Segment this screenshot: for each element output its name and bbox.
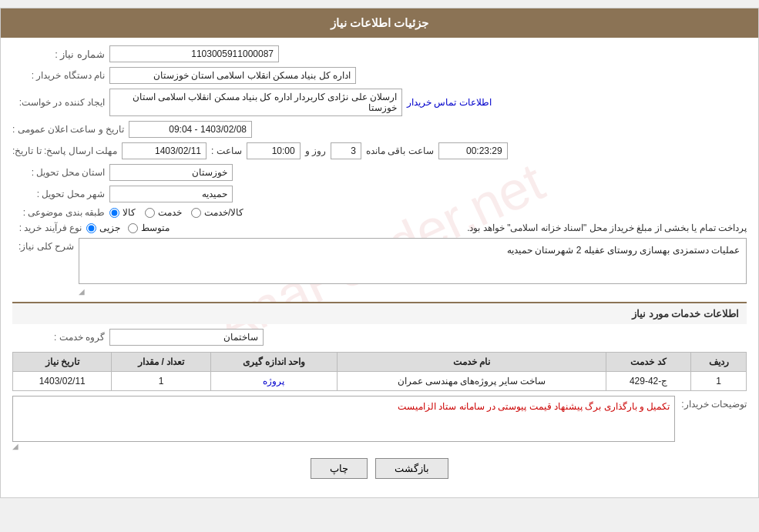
buyer-notes-label: توضیحات خریدار: (681, 396, 747, 410)
cell-row: 1 (691, 372, 747, 391)
process-radio-motavasset[interactable] (128, 223, 138, 233)
cell-qty: 1 (112, 372, 210, 391)
need-number-input: 1103005911000087 (109, 45, 279, 62)
creator-label: ایجاد کننده در خواست: (12, 97, 105, 108)
service-group-label: گروه خدمت : (12, 332, 105, 343)
col-unit: واحد اندازه گیری (210, 353, 337, 372)
buyer-notes-box: تکمیل و بارگذاری برگ پیشنهاد قیمت پیوستی… (12, 396, 675, 442)
resize-handle: ◢ (79, 287, 747, 296)
deadline-date-input: 1403/02/11 (122, 142, 207, 159)
creator-value: ارسلان علی نژادی کاربردار اداره کل بنیاد… (133, 92, 397, 113)
deadline-label: مهلت ارسال پاسخ: تا تاریخ: (12, 146, 117, 156)
category-khedmat-label: خدمت (158, 207, 182, 218)
process-label: نوع فرآیند خرید : (12, 223, 82, 233)
cell-date: 1403/02/11 (13, 372, 112, 391)
deadline-date-value: 1403/02/11 (155, 146, 201, 156)
deadline-time-label: ساعت : (211, 146, 242, 156)
col-name: نام خدمت (338, 353, 606, 372)
category-kala[interactable]: کالا (109, 207, 136, 218)
province-value: خوزستان (192, 167, 227, 178)
need-description-box: عملیات دستمزدی بهسازی روستای عفیله 2 شهر… (79, 238, 747, 284)
notes-resize-handle: ◢ (12, 442, 675, 450)
buyer-org-label: نام دستگاه خریدار : (12, 70, 105, 81)
process-motavasset[interactable]: متوسط (128, 223, 170, 233)
category-kala-khedmat[interactable]: کالا/خدمت (191, 207, 243, 218)
services-table: ردیف کد خدمت نام خدمت واحد اندازه گیری ت… (12, 352, 747, 391)
remaining-label: ساعت باقی مانده (366, 146, 434, 156)
buyer-notes-text: تکمیل و بارگذاری برگ پیشنهاد قیمت پیوستی… (398, 401, 670, 412)
category-radio-khedmat[interactable] (145, 208, 155, 218)
process-jozi[interactable]: جزیی (86, 223, 120, 233)
cell-code: ج-42-429 (606, 372, 691, 391)
deadline-days-value: 3 (351, 146, 356, 156)
service-info-title: اطلاعات خدمات مورد نیاز (12, 302, 747, 324)
need-number-label: شماره نیاز : (12, 49, 105, 60)
province-input: خوزستان (109, 164, 233, 181)
col-date: تاریخ نیاز (13, 353, 112, 372)
col-qty: تعداد / مقدار (112, 353, 210, 372)
process-description: پرداخت تمام یا بخشی از مبلغ خریداز محل "… (174, 223, 747, 233)
need-number-value: 1103005911000087 (191, 49, 274, 59)
province-label: استان محل تحویل : (12, 167, 105, 178)
need-description-text: عملیات دستمزدی بهسازی روستای عفیله 2 شهر… (507, 245, 740, 256)
service-group-value: ساختمان (223, 332, 258, 343)
buyer-org-input: اداره کل بنیاد مسکن انقلاب اسلامی استان … (109, 67, 356, 84)
service-group-input: ساختمان (109, 329, 264, 346)
print-button[interactable]: چاپ (311, 458, 368, 479)
col-code: کد خدمت (606, 353, 691, 372)
page-title: جزئیات اطلاعات نیاز (1, 8, 758, 38)
deadline-days-label: روز و (305, 146, 326, 156)
announce-value: 1403/02/08 - 09:04 (169, 124, 247, 135)
category-khedmat[interactable]: خدمت (145, 207, 182, 218)
process-jozi-label: جزیی (99, 223, 120, 233)
action-buttons: بازگشت چاپ (12, 458, 747, 479)
process-radio-jozi[interactable] (86, 223, 96, 233)
remaining-time-input: 00:23:29 (438, 142, 508, 159)
category-radio-kala[interactable] (109, 208, 119, 218)
category-kala-khedmat-label: کالا/خدمت (204, 207, 243, 218)
table-row: 1 ج-42-429 ساخت سایر پروژه‌های مهندسی عم… (13, 372, 747, 391)
deadline-time-value: 10:00 (272, 146, 295, 156)
need-description-label: شرح کلی نیاز: (12, 238, 74, 252)
col-row: ردیف (691, 353, 747, 372)
category-label: طبقه بندی موضوعی : (12, 207, 105, 218)
buyer-notes-section: توضیحات خریدار: تکمیل و بارگذاری برگ پیش… (12, 396, 747, 450)
city-label: شهر محل تحویل : (12, 189, 105, 199)
deadline-time-input: 10:00 (247, 142, 301, 159)
announce-input: 1403/02/08 - 09:04 (129, 121, 252, 138)
category-kala-label: کالا (123, 207, 136, 218)
back-button[interactable]: بازگشت (375, 458, 448, 479)
cell-name: ساخت سایر پروژه‌های مهندسی عمران (338, 372, 606, 391)
contact-link[interactable]: اطلاعات تماس خریدار (407, 97, 492, 108)
category-radio-kala-khedmat[interactable] (191, 208, 201, 218)
creator-input: ارسلان علی نژادی کاربردار اداره کل بنیاد… (109, 89, 402, 116)
process-motavasset-label: متوسط (141, 223, 170, 233)
remaining-time-value: 00:23:29 (466, 146, 502, 156)
city-input: حمیدیه (109, 186, 233, 202)
buyer-org-value: اداره کل بنیاد مسکن انقلاب اسلامی استان … (153, 70, 351, 81)
header-title-text: جزئیات اطلاعات نیاز (331, 16, 428, 29)
announce-label: تاریخ و ساعت اعلان عمومی : (12, 124, 124, 135)
deadline-days-input: 3 (331, 142, 361, 159)
cell-unit: پروژه (210, 372, 337, 391)
city-value: حمیدیه (202, 189, 227, 199)
